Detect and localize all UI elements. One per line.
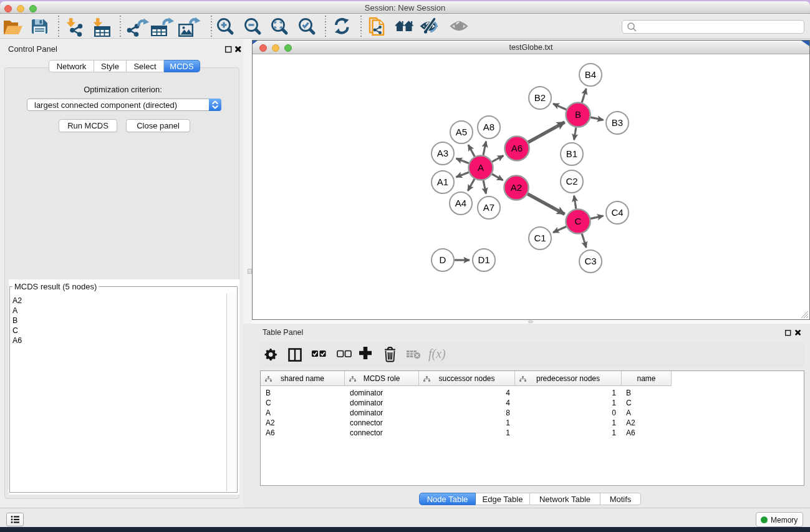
svg-text:D1: D1: [478, 254, 489, 265]
svg-text:A: A: [478, 162, 484, 173]
svg-text:B2: B2: [534, 92, 546, 103]
svg-text:C4: C4: [611, 207, 623, 218]
svg-text:A8: A8: [483, 122, 494, 132]
svg-text:B3: B3: [612, 117, 623, 128]
svg-text:C: C: [575, 216, 582, 226]
svg-text:C3: C3: [584, 256, 596, 266]
svg-text:A1: A1: [437, 177, 448, 187]
svg-text:A2: A2: [511, 182, 522, 193]
svg-text:A6: A6: [511, 143, 523, 153]
svg-text:A3: A3: [437, 148, 448, 158]
svg-text:f(x): f(x): [428, 347, 446, 361]
svg-text:B: B: [575, 109, 581, 120]
svg-text:B4: B4: [585, 69, 596, 80]
svg-text:B1: B1: [566, 148, 577, 159]
svg-text:C1: C1: [534, 233, 546, 243]
svg-text:A5: A5: [456, 127, 467, 137]
svg-text:A4: A4: [455, 198, 466, 208]
svg-text:A7: A7: [483, 202, 494, 213]
svg-text:D: D: [440, 254, 446, 265]
svg-text:C2: C2: [566, 176, 577, 186]
